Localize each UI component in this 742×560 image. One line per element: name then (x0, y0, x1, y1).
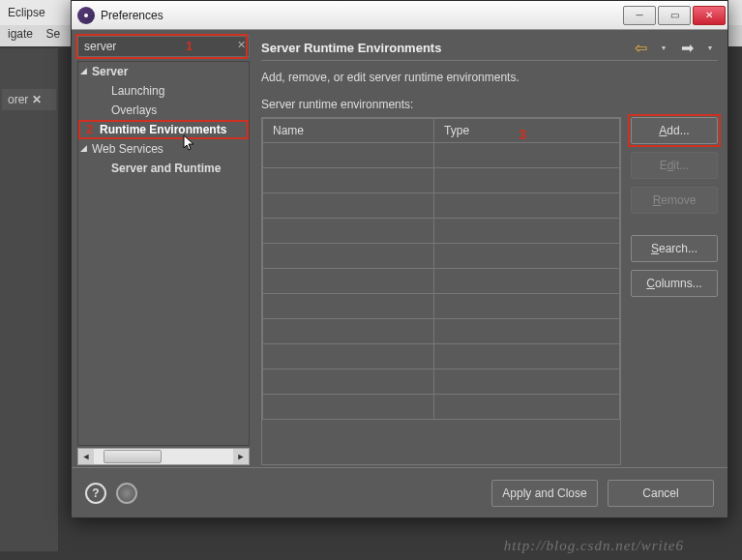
dialog-title: Preferences (101, 9, 623, 22)
dialog-titlebar[interactable]: Preferences ─ ▭ ✕ (72, 1, 727, 30)
table-row[interactable] (263, 319, 620, 344)
table-row[interactable] (263, 244, 620, 269)
explorer-tab-label: orer (8, 93, 28, 106)
close-icon[interactable]: ✕ (32, 93, 42, 106)
eclipse-app-name: Eclipse (8, 6, 45, 19)
clear-icon[interactable]: ✕ (237, 39, 246, 51)
filter-input[interactable] (77, 36, 250, 57)
annotation-2: 2 (86, 122, 93, 136)
back-icon[interactable]: ⇦ (633, 41, 648, 56)
column-name[interactable]: Name (263, 119, 434, 143)
maximize-button[interactable]: ▭ (658, 6, 691, 25)
close-button[interactable]: ✕ (693, 6, 726, 25)
minimize-button[interactable]: ─ (623, 6, 656, 25)
watermark-text: http://blog.csdn.net/write6 (504, 538, 684, 554)
preferences-tree[interactable]: ◢ Server Launching Overlays Runtime Envi… (77, 61, 250, 446)
table-row[interactable] (263, 369, 620, 395)
preferences-content-panel: Server Runtime Environments ⇦ ▾ ➡ ▾ Add,… (261, 36, 718, 465)
menu-fragment-1: igate (8, 27, 33, 41)
tree-item-server-and-runtime[interactable]: Server and Runtime (78, 159, 249, 178)
page-description: Add, remove, or edit server runtime envi… (261, 71, 718, 84)
back-dropdown-icon[interactable]: ▾ (656, 41, 671, 56)
add-button[interactable]: Add... (631, 117, 718, 144)
table-row[interactable] (263, 344, 620, 369)
table-row[interactable] (263, 143, 620, 168)
eclipse-icon (77, 7, 95, 24)
runtime-table[interactable]: Name Type (261, 117, 621, 465)
table-row[interactable] (263, 193, 620, 219)
annotation-3: 3 (519, 127, 526, 142)
preferences-dialog: Preferences ─ ▭ ✕ ✕ 1 ◢ Server (71, 0, 728, 518)
tree-item-overlays[interactable]: Overlays (78, 101, 249, 120)
table-row[interactable] (263, 168, 620, 193)
table-row[interactable] (263, 219, 620, 244)
tree-item-runtime-environments[interactable]: Runtime Environments (78, 120, 249, 139)
nav-history: ⇦ ▾ ➡ ▾ (633, 41, 718, 56)
table-row[interactable] (263, 294, 620, 319)
help-icon[interactable]: ? (85, 483, 106, 504)
page-title: Server Runtime Environments (261, 41, 633, 55)
table-row[interactable] (263, 269, 620, 294)
tree-item-server[interactable]: ◢ Server (78, 62, 249, 81)
preferences-tree-panel: ✕ 1 ◢ Server Launching Overlays Runtime … (77, 36, 250, 465)
explorer-tab[interactable]: orer ✕ (2, 89, 56, 110)
edit-button: Edit... (631, 152, 718, 179)
menu-fragment-2: Se (45, 27, 60, 41)
eclipse-side-panel: orer ✕ (0, 48, 58, 551)
table-label: Server runtime environments: (261, 98, 718, 111)
column-type[interactable]: Type (434, 119, 620, 143)
scroll-left-icon[interactable]: ◄ (78, 449, 94, 464)
tree-h-scrollbar[interactable]: ◄ ► (77, 448, 250, 465)
forward-dropdown-icon[interactable]: ▾ (702, 41, 718, 56)
annotation-1: 1 (186, 39, 193, 53)
remove-button: Remove (631, 187, 718, 214)
search-button[interactable]: Search... (631, 235, 718, 262)
tree-item-launching[interactable]: Launching (78, 81, 249, 101)
settings-icon[interactable] (116, 483, 137, 504)
scroll-right-icon[interactable]: ► (233, 449, 249, 464)
dialog-footer: ? Apply and Close Cancel (72, 467, 727, 517)
tree-item-web-services[interactable]: ◢ Web Services (78, 139, 249, 159)
apply-close-button[interactable]: Apply and Close (491, 480, 598, 507)
collapse-icon[interactable]: ◢ (80, 143, 87, 153)
forward-icon[interactable]: ➡ (679, 41, 695, 56)
columns-button[interactable]: Columns... (631, 270, 718, 297)
collapse-icon[interactable]: ◢ (80, 66, 87, 75)
cancel-button[interactable]: Cancel (608, 480, 714, 507)
scrollbar-thumb[interactable] (104, 450, 162, 463)
table-row[interactable] (263, 395, 620, 420)
